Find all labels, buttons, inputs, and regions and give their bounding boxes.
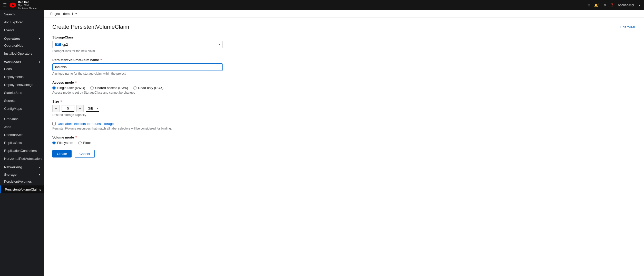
sidebar-item-configmaps[interactable]: ConfigMaps — [0, 105, 44, 113]
form-actions: Create Cancel — [52, 150, 636, 158]
volumemode-block-label: Block — [83, 141, 91, 145]
size-required: * — [60, 100, 62, 103]
sidebar-item-horizontalpodautoscalers[interactable]: HorizontalPodAutoscalers — [0, 155, 44, 163]
accessmode-rwo-radio[interactable] — [52, 86, 56, 90]
sidebar-item-operatorhub[interactable]: OperatorHub — [0, 42, 44, 50]
volumemode-filesystem-option[interactable]: Filesystem — [52, 141, 73, 145]
storage-chevron-icon: ▾ — [39, 173, 40, 176]
labelselector-label[interactable]: Use label selectors to request storage — [58, 122, 114, 126]
storageclass-section: StorageClass SC gp2 ▾ StorageClass for t… — [52, 35, 636, 53]
accessmode-hint: Access mode is set by StorageClass and c… — [52, 91, 636, 94]
sidebar-section-workloads[interactable]: Workloads ▾ — [0, 57, 44, 65]
sidebar-item-deployments[interactable]: Deployments — [0, 73, 44, 81]
pvcname-label: PersistentVolumeClaim name * — [52, 58, 636, 62]
sidebar-item-daemonsets[interactable]: DaemonSets — [0, 131, 44, 139]
accessmode-rwx-option[interactable]: Shared access (RWX) — [90, 86, 128, 90]
size-plus-button[interactable]: + — [76, 105, 84, 112]
sidebar-item-replicasets[interactable]: ReplicaSets — [0, 139, 44, 147]
accessmode-rwx-label: Shared access (RWX) — [95, 86, 128, 90]
pvcname-input[interactable] — [52, 63, 223, 71]
page-title-row: Create PersistentVolumeClaim Edit YAML — [52, 24, 636, 30]
cancel-button[interactable]: Cancel — [75, 150, 95, 158]
pvcname-required: * — [100, 58, 102, 62]
volumemode-block-option[interactable]: Block — [78, 141, 91, 145]
storageclass-label: StorageClass — [52, 35, 636, 39]
sidebar-item-pods[interactable]: Pods — [0, 65, 44, 73]
sidebar-item-replicationcontrollers[interactable]: ReplicationControllers — [0, 147, 44, 155]
user-menu[interactable]: opentic-mgr — [618, 3, 634, 7]
networking-chevron-icon: ▸ — [39, 166, 40, 169]
sidebar: Search API Explorer Events Operators ▾ O… — [0, 10, 44, 276]
size-unit-wrapper: GiB MiB TiB ▾ — [86, 105, 99, 112]
labelselector-hint: PersistentVolume resources that match al… — [52, 127, 636, 130]
sidebar-item-deploymentconfigs[interactable]: DeploymentConfigs — [0, 81, 44, 89]
accessmode-rwx-radio[interactable] — [90, 86, 94, 90]
volumemode-filesystem-radio[interactable] — [52, 141, 56, 144]
sidebar-item-persistentvolumes[interactable]: PersistentVolumes — [0, 178, 44, 185]
bell-icon[interactable]: 🔔1 — [594, 3, 599, 7]
size-hint: Desired storage capacity — [52, 113, 636, 117]
labelselector-checkbox[interactable] — [52, 122, 56, 125]
accessmode-required: * — [74, 81, 77, 84]
grid-icon[interactable]: ⊞ — [588, 3, 590, 7]
pvcname-hint: A unique name for the storage claim with… — [52, 72, 636, 75]
sidebar-item-jobs[interactable]: Jobs — [0, 123, 44, 131]
sc-badge: SC — [55, 43, 61, 46]
sidebar-item-events[interactable]: Events — [0, 26, 44, 34]
size-unit-select[interactable]: GiB MiB TiB — [86, 105, 99, 112]
accessmode-radio-group: Single user (RWO) Shared access (RWX) Re… — [52, 86, 636, 90]
project-dropdown-icon[interactable]: ▼ — [75, 12, 77, 15]
volumemode-section: Volume mode * Filesystem Block — [52, 135, 636, 145]
size-section: Size * − + GiB MiB TiB ▾ Desired — [52, 100, 636, 117]
hamburger-icon[interactable]: ☰ — [3, 3, 7, 7]
sidebar-item-installed-operators[interactable]: Installed Operators — [0, 50, 44, 57]
size-label: Size * — [52, 100, 636, 103]
sidebar-item-secrets[interactable]: Secrets — [0, 97, 44, 105]
storageclass-hint: StorageClass for the new claim — [52, 49, 636, 53]
sidebar-section-operators[interactable]: Operators ▾ — [0, 34, 44, 42]
volumemode-block-radio[interactable] — [78, 141, 82, 144]
create-button[interactable]: Create — [52, 150, 72, 157]
accessmode-section: Access mode * Single user (RWO) Shared a… — [52, 81, 636, 94]
accessmode-rwo-option[interactable]: Single user (RWO) — [52, 86, 85, 90]
page-title: Create PersistentVolumeClaim — [52, 24, 129, 30]
content-area: Create PersistentVolumeClaim Edit YAML S… — [44, 17, 644, 276]
sidebar-item-persistentvolumeclaims[interactable]: PersistentVolumeClaims — [0, 185, 44, 193]
storageclass-dropdown-icon: ▾ — [219, 43, 220, 46]
project-bar: Project: demo1 ▼ — [44, 10, 644, 17]
logo-text: Red Hat OpenShift Container Platform — [18, 1, 37, 10]
size-control: − + GiB MiB TiB ▾ — [52, 105, 636, 112]
accessmode-rox-radio[interactable] — [133, 86, 136, 90]
sidebar-item-statefulsets[interactable]: StatefulSets — [0, 89, 44, 97]
accessmode-label: Access mode * — [52, 81, 636, 84]
volumemode-label: Volume mode * — [52, 135, 636, 139]
project-label: Project: — [50, 12, 62, 16]
sidebar-item-api-explorer[interactable]: API Explorer — [0, 18, 44, 26]
sidebar-section-networking[interactable]: Networking ▸ — [0, 163, 44, 170]
labelselector-row: Use label selectors to request storage — [52, 122, 636, 126]
storageclass-value: gp2 — [62, 43, 68, 46]
top-navigation: ☰ Red Hat OpenShift Container Platform ⊞… — [0, 0, 644, 10]
project-value[interactable]: demo1 — [63, 12, 73, 16]
sidebar-item-cronjobs[interactable]: CronJobs — [0, 115, 44, 123]
help-add-icon[interactable]: ⊕ — [603, 3, 606, 7]
topnav-right: ⊞ 🔔1 ⊕ ❓ opentic-mgr ▼ — [588, 3, 641, 7]
volumemode-radio-group: Filesystem Block — [52, 141, 636, 145]
size-input[interactable] — [62, 105, 74, 112]
accessmode-rwo-label: Single user (RWO) — [57, 86, 85, 90]
operators-chevron-icon: ▾ — [39, 37, 40, 40]
storageclass-select[interactable]: SC gp2 ▾ — [52, 41, 223, 48]
labelselector-section: Use label selectors to request storage P… — [52, 122, 636, 130]
sidebar-section-storage[interactable]: Storage ▾ — [0, 170, 44, 178]
accessmode-rox-option[interactable]: Read only (ROX) — [133, 86, 163, 90]
edit-yaml-link[interactable]: Edit YAML — [620, 25, 636, 29]
sidebar-item-search[interactable]: Search — [0, 10, 44, 18]
workloads-chevron-icon: ▾ — [39, 61, 40, 63]
question-icon[interactable]: ❓ — [610, 3, 614, 7]
redhat-logo: Red Hat OpenShift Container Platform — [9, 1, 37, 10]
accessmode-rox-label: Read only (ROX) — [138, 86, 163, 90]
volumemode-filesystem-label: Filesystem — [57, 141, 73, 145]
main-content: Project: demo1 ▼ Create PersistentVolume… — [44, 10, 644, 276]
size-minus-button[interactable]: − — [52, 105, 60, 112]
pvcname-section: PersistentVolumeClaim name * A unique na… — [52, 58, 636, 75]
